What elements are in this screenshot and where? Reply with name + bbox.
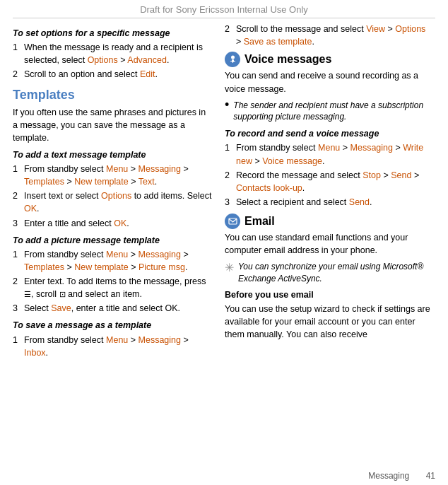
link-messaging-t1: Messaging	[138, 164, 181, 174]
link-menu-p1: Menu	[106, 250, 128, 259]
step-text-v2: Record the message and select Stop > Sen…	[236, 169, 431, 194]
link-new-template-p1: New template	[74, 262, 128, 272]
step-text-p3: Select Save, enter a title and select OK…	[24, 302, 212, 315]
specific-message-title: To set options for a specific message	[13, 27, 212, 40]
tip-text: You can synchronize your email using Mic…	[238, 261, 431, 285]
step-pic-1: 1 From standby select Menu > Messaging >…	[13, 248, 212, 274]
link-view-s2: View	[366, 24, 385, 34]
link-templates-p1: Templates	[24, 262, 64, 272]
tip-bullet: ✳ You can synchronize your email using M…	[225, 261, 431, 285]
link-text-t1: Text	[138, 177, 155, 187]
link-contacts-lookup-v2: Contacts look-up	[236, 183, 302, 193]
email-icon	[225, 214, 240, 229]
key-icon-1: ☰	[24, 290, 31, 298]
record-voice-title: To record and send a voice message	[225, 127, 431, 140]
voice-messages-header: Voice messages	[225, 51, 431, 67]
step-num-2: 2	[13, 68, 21, 81]
step-text-s2: Scroll to the message and select View > …	[236, 23, 431, 48]
add-picture-title: To add a picture message template	[13, 234, 212, 247]
link-messaging-v1: Messaging	[350, 143, 393, 153]
step-voice-1: 1 From standby select Menu > Messaging >…	[225, 141, 431, 167]
step-text-v3: Select a recipient and select Send.	[236, 196, 431, 209]
step-save-1: 1 From standby select Menu > Messaging >…	[13, 334, 212, 359]
link-voice-message-v1: Voice message	[262, 156, 322, 166]
step-num-t3: 3	[13, 217, 21, 230]
link-save-template-s2: Save as template	[244, 37, 312, 47]
svg-rect-2	[230, 61, 235, 62]
link-options-1: Options	[88, 55, 118, 65]
bullet-icon: •	[225, 98, 229, 124]
step-num-1: 1	[13, 41, 21, 66]
link-options-s2: Options	[395, 24, 425, 34]
link-menu-s1: Menu	[106, 335, 128, 345]
add-text-title: To add a text message template	[13, 148, 212, 161]
link-menu-v1: Menu	[318, 143, 340, 153]
step-num-s2: 2	[225, 23, 233, 48]
step-text-t1: From standby select Menu > Messaging > T…	[24, 163, 212, 188]
step-num-v2: 2	[225, 169, 233, 194]
save-template-title: To save a message as a template	[13, 319, 212, 332]
step-num-t2: 2	[13, 189, 21, 215]
step-num-p2: 2	[13, 275, 21, 300]
step-pic-2: 2 Enter text. To add items to the messag…	[13, 275, 212, 300]
link-menu-t1: Menu	[106, 164, 128, 174]
link-stop-v2: Stop	[362, 170, 381, 180]
step-text-p2: Enter text. To add items to the message,…	[24, 275, 212, 300]
link-ok-t3: OK	[114, 218, 126, 228]
step-voice-2: 2 Record the message and select Stop > S…	[225, 169, 431, 194]
left-column: To set options for a specific message 1 …	[13, 23, 222, 361]
step-num-s1: 1	[13, 334, 21, 359]
link-picture-msg-p1: Picture msg	[138, 262, 185, 272]
step-text-specific-2: Scroll to an option and select Edit.	[24, 68, 212, 81]
link-advanced: Advanced	[127, 55, 167, 65]
link-options-t2: Options	[101, 191, 131, 201]
step-save-2: 2 Scroll to the message and select View …	[225, 23, 431, 48]
step-text-t2: Insert text or select Options to add ite…	[24, 189, 212, 215]
step-num-p1: 1	[13, 248, 21, 274]
step-text-t3: Enter a title and select OK.	[24, 217, 212, 230]
content-area: To set options for a specific message 1 …	[13, 23, 435, 361]
step-num-t1: 1	[13, 163, 21, 188]
step-specific-1: 1 When the message is ready and a recipi…	[13, 41, 212, 66]
email-header: Email	[225, 213, 431, 229]
svg-rect-3	[232, 62, 233, 63]
link-inbox-s1: Inbox	[24, 348, 46, 358]
link-send-v2: Send	[391, 170, 411, 180]
link-new-template-t1: New template	[74, 177, 128, 187]
link-messaging-s1: Messaging	[138, 335, 181, 345]
step-text-p1: From standby select Menu > Messaging > T…	[24, 248, 212, 274]
right-column: 2 Scroll to the message and select View …	[222, 23, 431, 361]
step-text-v1: From standby select Menu > Messaging > W…	[236, 141, 431, 167]
before-email-para: You can use the setup wizard to check if…	[225, 303, 431, 341]
voice-icon	[225, 52, 240, 67]
step-voice-3: 3 Select a recipient and select Send.	[225, 196, 431, 209]
page-container: Draft for Sony Ericsson Internal Use Onl…	[0, 0, 448, 485]
link-send-v3: Send	[349, 197, 370, 207]
svg-point-0	[231, 56, 235, 59]
templates-para: If you often use the same phrases and pi…	[13, 106, 212, 144]
key-icon-2: ⊡	[59, 290, 66, 298]
step-text-2: 2 Insert text or select Options to add i…	[13, 189, 212, 215]
note-text: The sender and recipient must have a sub…	[233, 100, 431, 124]
link-ok-t2: OK	[24, 204, 37, 214]
footer-page-num: 41	[426, 471, 435, 481]
page-footer: Messaging 41	[368, 471, 435, 481]
voice-messages-title: Voice messages	[244, 51, 331, 67]
email-para: You can use standard email functions and…	[225, 231, 431, 257]
link-edit: Edit	[140, 69, 155, 79]
draft-header-text: Draft for Sony Ericsson Internal Use Onl…	[140, 4, 308, 15]
email-title: Email	[244, 213, 275, 229]
step-num-p3: 3	[13, 302, 21, 315]
step-num-v3: 3	[225, 196, 233, 209]
step-text-3: 3 Enter a title and select OK.	[13, 217, 212, 230]
tip-lightbulb-icon: ✳	[225, 259, 234, 285]
link-messaging-p1: Messaging	[138, 250, 181, 259]
voice-para: You can send and receive a sound recordi…	[225, 69, 431, 95]
templates-big-title: Templates	[13, 86, 212, 104]
link-templates-t1: Templates	[24, 177, 64, 187]
link-save-p3: Save	[51, 303, 71, 313]
draft-header: Draft for Sony Ericsson Internal Use Onl…	[13, 0, 435, 18]
before-email-title: Before you use email	[225, 288, 431, 301]
step-num-v1: 1	[225, 141, 233, 167]
step-text-1: 1 From standby select Menu > Messaging >…	[13, 163, 212, 188]
